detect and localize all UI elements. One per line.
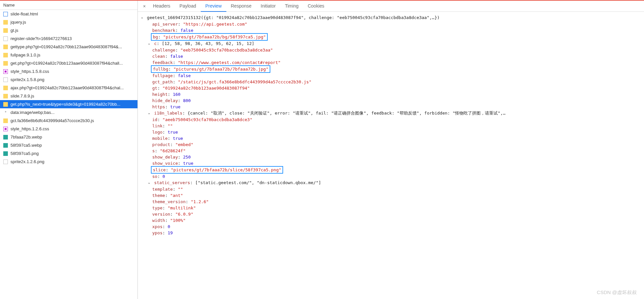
tab-cookies[interactable]: Cookies: [303, 1, 329, 11]
tab-headers[interactable]: Headers: [148, 1, 175, 11]
expand-arrow-icon[interactable]: [141, 14, 144, 21]
json-property-row[interactable]: id: "aeeb750045c93cfa70baccbdba3a8dce3": [141, 117, 641, 123]
request-name: sprite2x.1.2.6.png: [10, 159, 44, 164]
img-file-icon: [3, 143, 8, 148]
json-property-row[interactable]: template: "": [141, 186, 641, 192]
json-property-row[interactable]: logo: true: [141, 129, 641, 135]
request-row[interactable]: slide-float.html: [0, 10, 137, 18]
json-property-row[interactable]: static_servers: ["static.geetest.com/", …: [141, 180, 641, 186]
json-value: "/static/js/gct.fa366e8b6dfc443999d4a57c…: [178, 79, 311, 84]
preview-content[interactable]: geetest_1669472315132({gt: "019924a82c70…: [138, 12, 644, 299]
json-value: "ant": [170, 193, 183, 198]
request-row[interactable]: ajax.php?gt=019924a82c70bb123aae90d48308…: [0, 84, 137, 92]
json-property-row[interactable]: challenge: "eeb750045c93cfa70baccbdba3a8…: [141, 47, 641, 53]
tab-payload[interactable]: Payload: [175, 1, 201, 11]
json-property-row[interactable]: c: [12, 58, 98, 36, 43, 95, 62, 15, 12]: [141, 40, 641, 47]
json-property-row[interactable]: slice: "pictures/gt/7bfaaa72b/slice/58f3…: [141, 166, 641, 173]
request-name: gettype.php?gt=019924a82c70bb123aae90d48…: [10, 44, 122, 49]
js-file-icon: [3, 20, 8, 25]
json-property-row[interactable]: hide_delay: 800: [141, 97, 641, 104]
name-column-header[interactable]: Name: [0, 1, 137, 10]
json-property-row[interactable]: geetest_1669472315132({gt: "019924a82c70…: [141, 14, 641, 21]
expand-arrow-icon[interactable]: [148, 180, 152, 186]
json-property-row[interactable]: benchmark: false: [141, 27, 641, 33]
js-file-icon: [3, 53, 8, 57]
tab-response[interactable]: Response: [226, 1, 256, 11]
request-row[interactable]: sprite2x.1.5.8.png: [0, 75, 137, 84]
json-property-row[interactable]: show_voice: true: [141, 160, 641, 166]
json-key: i18n_labels: [154, 111, 182, 116]
request-row[interactable]: data:image/webp;bas...: [0, 108, 137, 117]
json-property-row[interactable]: show_delay: 250: [141, 154, 641, 160]
json-value: "100%": [170, 218, 186, 223]
json-key: xpos: [152, 224, 162, 229]
request-row[interactable]: slide.7.8.9.js: [0, 92, 137, 100]
json-property-row[interactable]: i18n_labels: {cancel: "取消", close: "关闭验证…: [141, 110, 641, 117]
request-row[interactable]: style_https.1.2.6.css: [0, 125, 137, 133]
json-value: "multilink": [168, 205, 196, 210]
json-key: so: [152, 174, 157, 179]
json-value: "aeeb750045c93cfa70baccbdba3a8dce3": [162, 117, 252, 122]
json-property-row[interactable]: xpos: 0: [141, 224, 641, 230]
json-value: "6d28624f": [160, 148, 185, 153]
request-row[interactable]: get.php?gt=019924a82c70bb123aae90d483087…: [0, 59, 137, 67]
json-property-row[interactable]: fullpage: false: [141, 73, 641, 79]
request-row[interactable]: style_https.1.5.8.css: [0, 67, 137, 75]
request-row[interactable]: gt.js: [0, 26, 137, 34]
request-row[interactable]: fullpage.9.1.0.js: [0, 51, 137, 59]
json-key: template: [152, 187, 173, 192]
json-property-row[interactable]: clean: false: [141, 53, 641, 59]
request-row[interactable]: 58f397ca5.webp: [0, 141, 137, 149]
tab-preview[interactable]: Preview: [201, 1, 226, 12]
json-value: "": [168, 123, 173, 128]
expand-arrow-icon[interactable]: [148, 110, 152, 117]
json-property-row[interactable]: mobile: true: [141, 135, 641, 141]
css-file-icon: [3, 69, 8, 74]
json-key: https: [152, 104, 165, 109]
request-row[interactable]: get.php?is_next=true&type=slide3&gt=0199…: [0, 100, 137, 108]
request-row[interactable]: jquery.js: [0, 18, 137, 26]
json-property-row[interactable]: theme: "ant": [141, 192, 641, 199]
json-value: "pictures/gt/7bfaaa72b/bg/58f397ca5.jpg": [163, 34, 266, 39]
json-property-row[interactable]: https: true: [141, 104, 641, 110]
json-property-row[interactable]: gt: "019924a82c70bb123aae90d483087f94": [141, 85, 641, 91]
request-name: jquery.js: [10, 20, 26, 25]
json-property-row[interactable]: height: 160: [141, 91, 641, 97]
request-name: 58f397ca5.webp: [10, 143, 42, 148]
json-value: ["static.geetest.com/", "dn-staticdown.q…: [195, 180, 321, 185]
request-row[interactable]: gct.fa366e8b6dfc443999d4a57cccce2b30.js: [0, 117, 137, 125]
request-name: gct.fa366e8b6dfc443999d4a57cccce2b30.js: [10, 118, 94, 123]
request-name: slide-float.html: [10, 11, 38, 16]
expand-arrow-icon[interactable]: [148, 40, 152, 47]
json-property-row[interactable]: api_server: "https://api.geetest.com": [141, 21, 641, 27]
json-property-row[interactable]: ypos: 19: [141, 230, 641, 236]
json-property-row[interactable]: so: 0: [141, 173, 641, 180]
json-property-row[interactable]: s: "6d28624f": [141, 148, 641, 154]
json-property-row[interactable]: fullbg: "pictures/gt/7bfaaa72b/7bfaaa72b…: [141, 66, 641, 73]
request-list[interactable]: slide-float.htmljquery.jsgt.jsregister-s…: [0, 10, 137, 166]
request-row[interactable]: gettype.php?gt=019924a82c70bb123aae90d48…: [0, 43, 137, 51]
json-property-row[interactable]: bg: "pictures/gt/7bfaaa72b/bg/58f397ca5.…: [141, 33, 641, 40]
json-property-row[interactable]: type: "multilink": [141, 205, 641, 211]
json-property-row[interactable]: link: "": [141, 123, 641, 129]
request-name: data:image/webp;bas...: [10, 110, 54, 115]
details-tab-bar: × HeadersPayloadPreviewResponseInitiator…: [138, 1, 644, 12]
img-file-icon: [3, 135, 8, 139]
close-icon[interactable]: ×: [140, 4, 148, 9]
request-row[interactable]: sprite2x.1.2.6.png: [0, 158, 137, 166]
json-property-row[interactable]: width: "100%": [141, 217, 641, 224]
tab-initiator[interactable]: Initiator: [256, 1, 280, 11]
request-row[interactable]: register-slide?t=1669472276613: [0, 34, 137, 43]
json-property-row[interactable]: product: "embed": [141, 141, 641, 148]
json-property-row[interactable]: theme_version: "1.2.6": [141, 199, 641, 205]
json-property-row[interactable]: feedback: "https://www.geetest.com/conta…: [141, 59, 641, 66]
json-value: true: [168, 130, 178, 135]
request-row[interactable]: 58f397ca5.png: [0, 149, 137, 158]
request-row[interactable]: 7bfaaa72b.webp: [0, 133, 137, 141]
json-key: height: [152, 92, 168, 97]
json-key: static_servers: [154, 180, 190, 185]
tab-timing[interactable]: Timing: [280, 1, 303, 11]
json-property-row[interactable]: gct_path: "/static/js/gct.fa366e8b6dfc44…: [141, 79, 641, 85]
json-key: gt: [152, 86, 157, 91]
json-property-row[interactable]: version: "6.0.9": [141, 211, 641, 217]
